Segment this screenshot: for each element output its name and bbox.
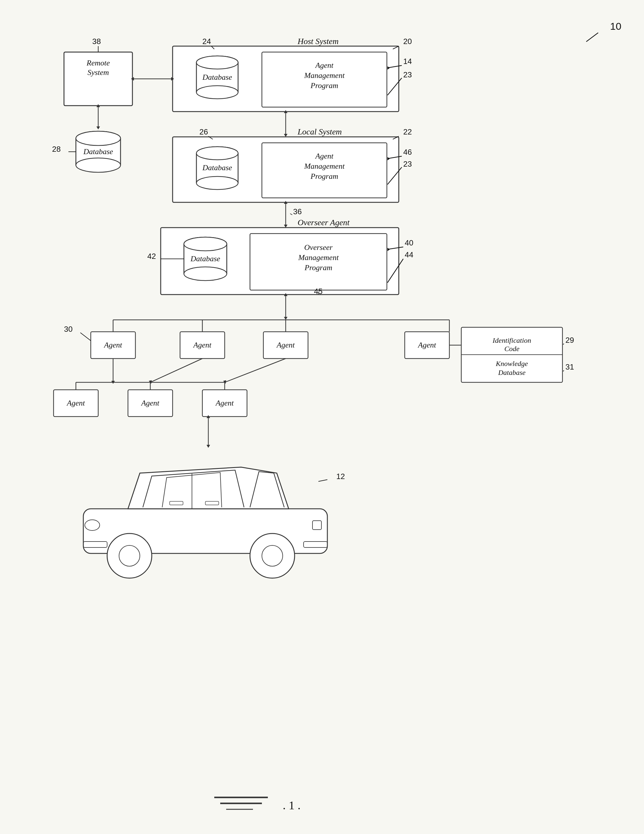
svg-point-28 [76, 131, 121, 145]
ref-38: 38 [92, 37, 101, 46]
knowledge-db-line1: Knowledge [495, 360, 528, 367]
ref-12: 12 [336, 472, 345, 481]
local-amp-line1: Agent [315, 152, 333, 160]
fig-label: . 1 . [283, 798, 301, 812]
svg-point-6 [196, 86, 238, 99]
ref-20: 20 [403, 37, 412, 46]
overseer-agent-label: Overseer Agent [298, 218, 350, 227]
ref-14: 14 [403, 57, 412, 66]
ref-24: 24 [202, 37, 211, 46]
bottom-agent-2-label: Agent [141, 399, 160, 407]
svg-point-9 [196, 56, 238, 69]
host-system-label: Host System [297, 37, 339, 46]
agent-2-label: Agent [193, 341, 212, 349]
ref-42: 42 [147, 252, 156, 261]
svg-point-100 [250, 533, 294, 578]
ref-22: 22 [403, 127, 412, 136]
diagram: 10 Host System 20 Database 24 Agent Mana… [0, 0, 644, 834]
bottom-agent-1-label: Agent [66, 399, 85, 407]
svg-point-25 [76, 158, 121, 172]
overseer-prog-line3: Program [304, 263, 332, 272]
ref-44: 44 [405, 250, 413, 259]
ref-36: 36 [293, 207, 302, 216]
local-db-label: Database [202, 163, 232, 172]
host-amp-line2: Management [304, 71, 345, 80]
remote-system-line1: Remote [86, 58, 110, 67]
svg-point-37 [196, 176, 238, 189]
ref-46: 46 [403, 147, 412, 157]
ref-30: 30 [64, 325, 73, 333]
remote-db-label: Database [83, 147, 113, 156]
local-amp-line3: Program [311, 172, 338, 181]
fig-ref-10: 10 [610, 21, 621, 32]
ref-23-host: 23 [403, 70, 412, 79]
svg-point-56 [184, 237, 227, 251]
remote-system-line2: System [87, 68, 109, 77]
ref-29: 29 [565, 336, 574, 344]
svg-rect-58 [250, 234, 387, 290]
host-db-label: Database [202, 73, 232, 81]
id-code-line1: Identification [492, 336, 531, 344]
local-system-label: Local System [297, 127, 342, 136]
host-amp-line3: Program [311, 81, 338, 90]
overseer-db-label: Database [190, 254, 220, 263]
svg-point-53 [184, 267, 227, 281]
agent-3-label: Agent [276, 341, 295, 349]
agent-4-label: Agent [417, 341, 436, 349]
host-amp-line1: Agent [315, 61, 333, 70]
ref-40: 40 [405, 238, 413, 247]
bottom-agent-3-label: Agent [215, 399, 234, 407]
agent-1-label: Agent [104, 341, 122, 349]
ref-28: 28 [52, 145, 61, 154]
knowledge-db-line2: Database [498, 369, 526, 377]
local-amp-line2: Management [304, 162, 345, 170]
ref-31: 31 [565, 362, 574, 371]
svg-point-98 [107, 533, 152, 578]
ref-23-local: 23 [403, 160, 412, 168]
svg-point-40 [196, 147, 238, 160]
svg-rect-0 [0, 0, 644, 834]
overseer-prog-line2: Management [298, 253, 339, 262]
overseer-prog-line1: Overseer [304, 243, 333, 252]
ref-26: 26 [199, 127, 208, 136]
id-code-line2: Code [505, 345, 519, 352]
